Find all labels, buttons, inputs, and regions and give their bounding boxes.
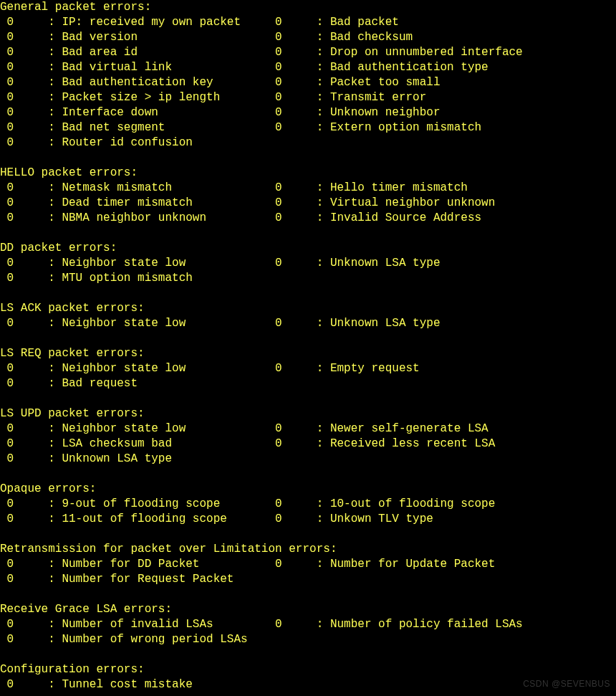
terminal-output: General packet errors: 0 : IP: received … <box>0 0 616 692</box>
